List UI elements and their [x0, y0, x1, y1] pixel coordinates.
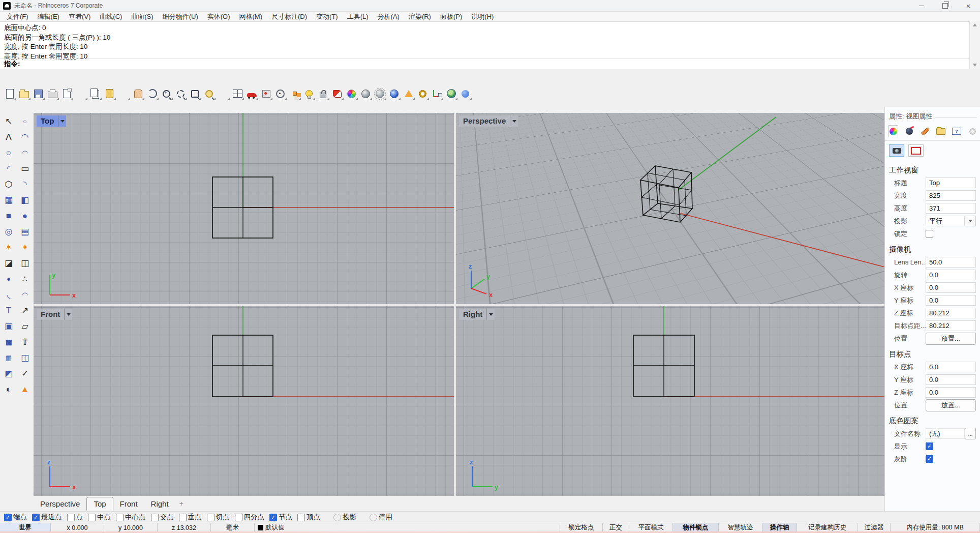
- menu-item-14[interactable]: 说明(H): [467, 12, 498, 21]
- cut-plane-button[interactable]: ◪: [2, 257, 16, 270]
- help-button[interactable]: [458, 86, 472, 101]
- copy-button[interactable]: [88, 86, 102, 101]
- properties-page-button[interactable]: [60, 86, 74, 101]
- add-viewport-tab-button[interactable]: +: [175, 499, 188, 508]
- menu-item-7[interactable]: 网格(M): [235, 12, 267, 21]
- section-button[interactable]: ◫: [18, 257, 32, 270]
- solid-box-button[interactable]: ■: [2, 210, 16, 223]
- object-points-button[interactable]: [288, 86, 301, 101]
- viewport-label-top[interactable]: Top: [37, 115, 66, 127]
- viewport-tab-front[interactable]: Front: [113, 497, 144, 510]
- statusbar-memory[interactable]: 内存使用量: 800 MB: [891, 523, 980, 532]
- ellipse-button[interactable]: ◠: [18, 146, 32, 160]
- point-cloud-button[interactable]: ∴: [18, 273, 32, 286]
- extrude-button[interactable]: ⇧: [18, 336, 32, 349]
- projection-field[interactable]: 平行: [926, 216, 965, 226]
- selection-filter-button[interactable]: [402, 86, 415, 101]
- osnap-disable[interactable]: 停用: [370, 513, 392, 522]
- viewport-menu-arrow-icon[interactable]: [58, 115, 66, 127]
- polyline-button[interactable]: Λ: [2, 131, 16, 144]
- color-tools-button[interactable]: ●: [2, 273, 16, 286]
- command-scrollbar[interactable]: [969, 21, 980, 70]
- menu-item-6[interactable]: 实体(O): [203, 12, 235, 21]
- osnap-project-checkbox[interactable]: [333, 514, 341, 521]
- ghosted-sphere-button[interactable]: [373, 86, 387, 101]
- viewport-tab-right[interactable]: Right: [144, 497, 175, 510]
- osnap-perpendicular-checkbox[interactable]: [179, 514, 187, 521]
- trim-button[interactable]: ◩: [2, 367, 16, 380]
- menu-item-0[interactable]: 文件(F): [2, 12, 33, 21]
- menu-item-2[interactable]: 查看(V): [64, 12, 95, 21]
- boolean-tools-button[interactable]: ◐: [2, 383, 16, 396]
- viewport-mode-button[interactable]: [908, 144, 924, 157]
- camera-y-field[interactable]: 0.0: [926, 295, 976, 306]
- fillet-curve-button[interactable]: ◝: [18, 178, 32, 191]
- maximize-button[interactable]: [933, 0, 957, 11]
- scroll-up-icon[interactable]: [973, 23, 977, 26]
- zoom-in-button[interactable]: [160, 86, 173, 101]
- osnap-near-checkbox[interactable]: ✓: [32, 514, 40, 521]
- osnap-point-checkbox[interactable]: [67, 514, 75, 521]
- polygon-button[interactable]: ⬡: [2, 178, 16, 191]
- statusbar-grid-snap[interactable]: 锁定格点: [560, 523, 603, 532]
- rotate-view-button[interactable]: [145, 86, 159, 101]
- viewport-top[interactable]: y x Top: [34, 113, 454, 304]
- torus-button[interactable]: ◎: [2, 225, 16, 239]
- target-z-field[interactable]: 0.0: [926, 387, 976, 398]
- cut-button[interactable]: [74, 86, 88, 101]
- statusbar-cplane-world[interactable]: 世界: [0, 523, 51, 532]
- menu-item-13[interactable]: 面板(P): [436, 12, 467, 21]
- camera-place-button[interactable]: 放置...: [926, 333, 976, 345]
- menu-item-12[interactable]: 渲染(R): [404, 12, 436, 21]
- viewport-label-right[interactable]: Right: [459, 309, 495, 320]
- osnap-knot[interactable]: ✓节点: [269, 513, 292, 522]
- target-y-field[interactable]: 0.0: [926, 374, 976, 385]
- viewport-layout-button[interactable]: [231, 86, 244, 101]
- osnap-mid[interactable]: 中点: [88, 513, 111, 522]
- statusbar-coord-x[interactable]: x 0.000: [51, 523, 104, 532]
- render-tab[interactable]: [905, 126, 914, 137]
- color-wheel-button[interactable]: [345, 86, 358, 101]
- target-place-button[interactable]: 放置...: [926, 399, 976, 411]
- render-preview-button[interactable]: [259, 86, 273, 101]
- surface-patch-button[interactable]: ◧: [18, 194, 32, 207]
- block-tools-button[interactable]: ▣: [2, 320, 16, 333]
- minimize-button[interactable]: [910, 0, 933, 11]
- viewport-tab-perspective[interactable]: Perspective: [34, 497, 86, 510]
- curve-interpolate-button[interactable]: ◠: [18, 131, 32, 144]
- properties-tab[interactable]: [888, 125, 898, 137]
- osnap-knot-checkbox[interactable]: ✓: [269, 514, 277, 521]
- wallpaper-file-browse-button[interactable]: ...: [965, 428, 976, 439]
- osnap-intersection[interactable]: 交点: [151, 513, 174, 522]
- osnap-perpendicular[interactable]: 垂点: [179, 513, 202, 522]
- statusbar-osnap-toggle[interactable]: 物件锁点: [673, 523, 719, 532]
- point-button[interactable]: ○: [18, 115, 32, 128]
- statusbar-smarttrack[interactable]: 智慧轨迹: [719, 523, 762, 532]
- zoom-dynamic-button[interactable]: [174, 86, 188, 101]
- circle-center-button[interactable]: [273, 86, 287, 101]
- projection-dropdown-button[interactable]: [965, 216, 976, 226]
- lights-button[interactable]: [302, 86, 316, 101]
- statusbar-units[interactable]: 毫米: [211, 523, 255, 532]
- render-tools-button[interactable]: ▲: [18, 383, 32, 396]
- explode-button[interactable]: ✶: [2, 241, 16, 254]
- zoom-selected-button[interactable]: [202, 86, 216, 101]
- new-file-button[interactable]: [3, 86, 17, 101]
- save-button[interactable]: [32, 86, 45, 101]
- target-distance-field[interactable]: 80.212: [926, 320, 976, 331]
- menu-item-9[interactable]: 变动(T): [312, 12, 343, 21]
- target-x-field[interactable]: 0.0: [926, 362, 976, 372]
- files-tab[interactable]: [936, 126, 945, 137]
- viewport-front[interactable]: z x Front: [34, 306, 454, 496]
- wallpaper-file-field[interactable]: (无): [926, 428, 965, 439]
- osnap-intersection-checkbox[interactable]: [151, 514, 159, 521]
- paste-button[interactable]: [103, 86, 116, 101]
- viewport-label-front[interactable]: Front: [37, 309, 72, 320]
- viewport-right[interactable]: z y Right: [456, 306, 884, 496]
- insert-block-button[interactable]: ▱: [18, 320, 32, 333]
- panel-options[interactable]: [968, 126, 977, 137]
- camera-mode-button[interactable]: [889, 144, 904, 157]
- rectangle-button[interactable]: ▭: [18, 162, 32, 175]
- blend-curve-button[interactable]: ◠: [18, 288, 32, 302]
- surface-grid-button[interactable]: ▤: [18, 225, 32, 239]
